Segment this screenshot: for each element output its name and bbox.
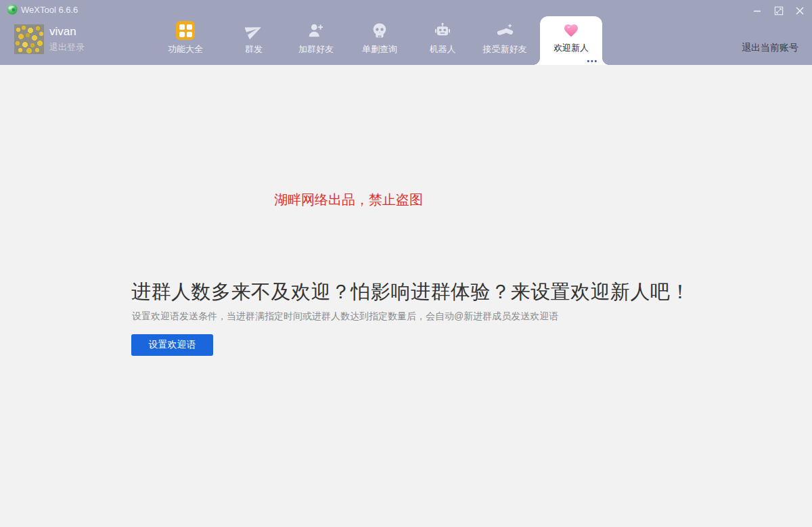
close-button[interactable] bbox=[791, 3, 809, 18]
tab-welcome-newcomers[interactable]: 欢迎新人 ••• bbox=[540, 16, 602, 65]
person-add-icon bbox=[307, 22, 325, 39]
user-name: vivan bbox=[49, 25, 76, 39]
minimize-icon bbox=[752, 6, 762, 16]
page-description: 设置欢迎语发送条件，当进群满指定时间或进群人数达到指定数量后，会自动@新进群成员… bbox=[132, 311, 558, 323]
nav-item-label: 功能大全 bbox=[148, 45, 223, 53]
watermark-text: 湖畔网络出品，禁止盗图 bbox=[274, 191, 423, 209]
top-bar: WeXTool 6.6.6 vivan 退出登录 功能大全 bbox=[0, 0, 812, 65]
logout-link[interactable]: 退出登录 bbox=[49, 41, 85, 53]
nav-item-accept-friends[interactable]: 接受新好友 bbox=[468, 20, 542, 53]
minimize-button[interactable] bbox=[748, 3, 766, 18]
tab-more-dots[interactable]: ••• bbox=[587, 58, 598, 65]
close-icon bbox=[795, 6, 805, 16]
robot-icon bbox=[434, 22, 451, 39]
handshake-icon bbox=[496, 22, 514, 40]
window-title: WeXTool 6.6.6 bbox=[21, 5, 78, 15]
page-headline: 进群人数多来不及欢迎？怕影响进群体验？来设置欢迎新人吧！ bbox=[131, 279, 690, 306]
set-welcome-message-button[interactable]: 设置欢迎语 bbox=[131, 334, 213, 356]
app-window: WeXTool 6.6.6 vivan 退出登录 功能大全 bbox=[0, 0, 812, 527]
logout-account-button[interactable]: 退出当前账号 bbox=[742, 42, 798, 54]
nav-item-features[interactable]: 功能大全 bbox=[148, 20, 223, 53]
tab-label: 欢迎新人 bbox=[540, 42, 602, 54]
app-logo-icon bbox=[6, 3, 18, 16]
nav-item-label: 接受新好友 bbox=[468, 45, 542, 53]
maximize-button[interactable] bbox=[770, 3, 788, 18]
maximize-icon bbox=[773, 5, 784, 16]
main-content: 湖畔网络出品，禁止盗图 进群人数多来不及欢迎？怕影响进群体验？来设置欢迎新人吧！… bbox=[0, 65, 812, 527]
grid-icon bbox=[176, 21, 195, 40]
heart-icon bbox=[562, 22, 580, 39]
avatar[interactable] bbox=[14, 24, 44, 54]
send-icon bbox=[245, 22, 263, 39]
skull-icon bbox=[371, 22, 388, 39]
